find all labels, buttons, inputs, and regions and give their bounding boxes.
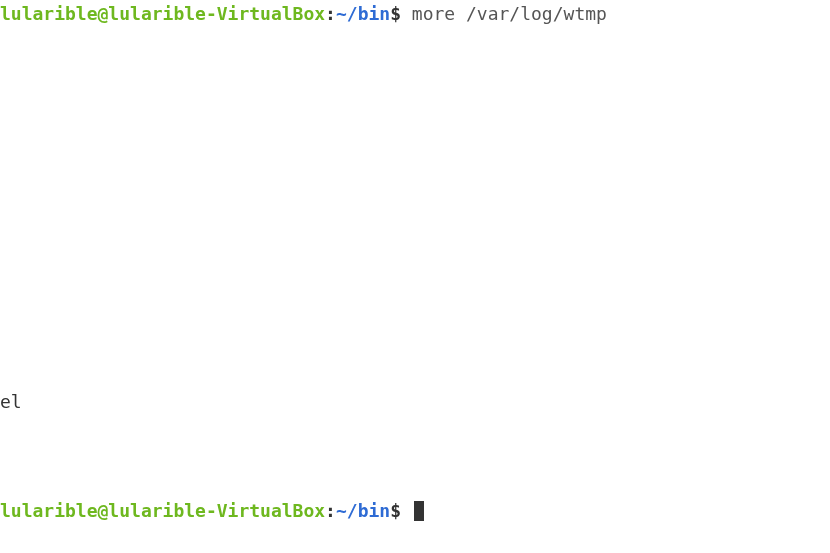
user-host: lularible@lularible-VirtualBox xyxy=(0,500,325,521)
prompt-dollar: $ xyxy=(390,500,412,521)
current-path: ~/bin xyxy=(336,500,390,521)
terminal[interactable]: lularible@lularible-VirtualBox:~/bin$ mo… xyxy=(0,0,830,553)
prompt-line-2: lularible@lularible-VirtualBox:~/bin$ xyxy=(0,499,830,522)
command-text: more /var/log/wtmp xyxy=(412,3,607,24)
prompt-line-1: lularible@lularible-VirtualBox:~/bin$ mo… xyxy=(0,2,830,25)
current-path: ~/bin xyxy=(336,3,390,24)
cursor-icon xyxy=(414,501,424,521)
prompt-dollar: $ xyxy=(390,3,412,24)
prompt-colon: : xyxy=(325,500,336,521)
command-output: el xyxy=(0,390,830,413)
user-host: lularible@lularible-VirtualBox xyxy=(0,3,325,24)
output-spacer xyxy=(0,25,830,390)
prompt-colon: : xyxy=(325,3,336,24)
output-spacer-2 xyxy=(0,414,830,499)
